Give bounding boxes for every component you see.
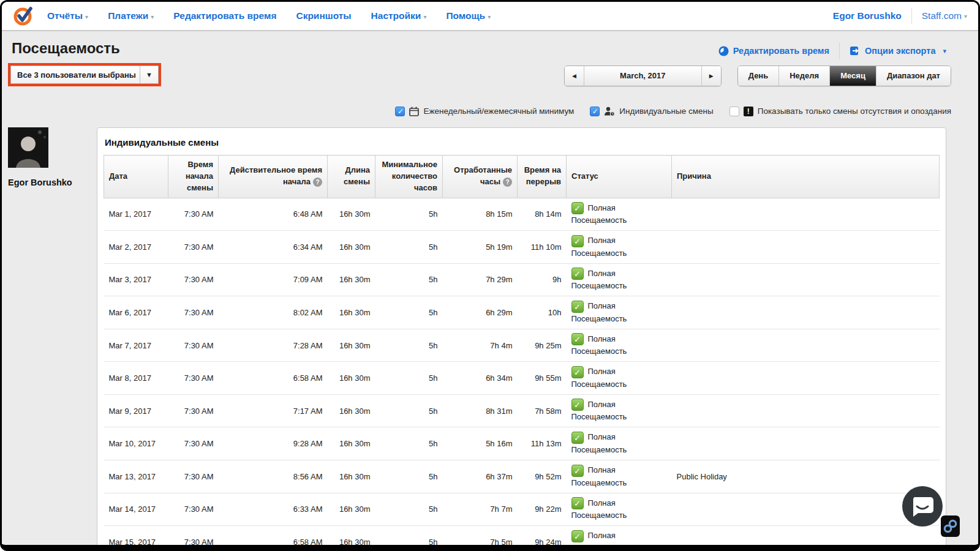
status-cell: ✓Полная Посещаемость — [567, 296, 672, 329]
status-check-icon: ✓ — [571, 366, 584, 378]
view-button[interactable]: Месяц — [829, 66, 876, 86]
nav-item[interactable]: Скриншоты — [296, 10, 351, 21]
staffcom-logo-icon[interactable] — [13, 6, 34, 26]
date-cell: Mar 14, 2017 — [104, 493, 168, 526]
avatar — [8, 127, 48, 168]
next-period-button[interactable]: ▶ — [701, 66, 721, 86]
reason-cell — [672, 231, 940, 264]
view-button[interactable]: Неделя — [778, 66, 829, 86]
filter-toggle[interactable]: !Показывать только смены отсутствия и оп… — [729, 107, 951, 116]
status-cell: ✓Полная Посещаемость — [567, 427, 672, 460]
nav-item[interactable]: Платежи▾ — [108, 10, 154, 21]
shift-start-cell: 7:30 AM — [168, 198, 219, 231]
date-cell: Mar 6, 2017 — [104, 296, 168, 329]
status-cell: ✓Полная Посещаемость — [567, 198, 672, 231]
break-time-cell: 11h 10m — [518, 231, 567, 264]
status-cell: ✓Полная Посещаемость — [567, 394, 672, 427]
reason-cell — [672, 427, 940, 460]
reason-cell — [672, 329, 940, 362]
status-check-icon: ✓ — [571, 301, 584, 313]
date-cell: Mar 8, 2017 — [104, 362, 168, 395]
nav-item[interactable]: Отчёты▾ — [47, 10, 88, 21]
export-icon — [850, 46, 861, 56]
view-button[interactable]: Диапазон дат — [876, 66, 951, 86]
view-button[interactable]: День — [738, 66, 779, 86]
min-hours-cell: 5h — [375, 231, 443, 264]
actual-start-cell: 6:58 AM — [219, 362, 328, 395]
break-time-cell: 8h 14m — [518, 198, 567, 231]
brand-link[interactable]: Staff.com — [922, 10, 962, 21]
chevron-down-icon: ▾ — [85, 13, 88, 20]
controls-right: ◀ March, 2017 ▶ ДеньНеделяМесяцДиапазон … — [564, 66, 951, 86]
min-hours-cell: 5h — [375, 526, 443, 551]
nav-item[interactable]: Помощь▾ — [446, 10, 491, 21]
worked-cell: 7h 5m — [443, 526, 518, 551]
top-navigation: Отчёты▾Платежи▾Редактировать времяСкринш… — [2, 2, 978, 31]
export-options-button[interactable]: Опции экспорта ▾ — [850, 46, 946, 56]
reason-cell — [672, 493, 940, 526]
min-hours-cell: 5h — [375, 427, 443, 460]
checkbox[interactable] — [395, 107, 405, 116]
date-cell: Mar 7, 2017 — [104, 329, 168, 362]
chat-widget-button[interactable] — [902, 486, 943, 527]
shift-length-cell: 16h 30m — [328, 296, 375, 329]
previous-period-button[interactable]: ◀ — [565, 66, 584, 86]
chevron-down-icon: ▼ — [146, 71, 153, 78]
min-hours-cell: 5h — [375, 329, 443, 362]
status-check-icon: ✓ — [571, 497, 584, 509]
link-widget-button[interactable] — [941, 515, 960, 537]
filter-label: Еженедельный/ежемесячный минимум — [423, 107, 574, 116]
shift-start-cell: 7:30 AM — [168, 329, 219, 362]
table-row: Mar 6, 20177:30 AM8:02 AM16h 30m5h6h 29m… — [104, 296, 940, 329]
column-header: Длина смены — [328, 156, 375, 198]
brand-caret-icon[interactable]: ▾ — [964, 13, 967, 20]
period-label[interactable]: March, 2017 — [584, 66, 701, 86]
reason-cell: Public Holiday — [672, 460, 940, 493]
user-filter-dropdown[interactable]: Все 3 пользователи выбраны ▼ — [10, 66, 159, 84]
shift-start-cell: 7:30 AM — [168, 394, 219, 427]
main-content: Egor Borushko Индивидуальные смены ДатаВ… — [2, 127, 978, 551]
min-hours-cell: 5h — [375, 460, 443, 493]
break-time-cell: 9h 24m — [518, 526, 567, 551]
nav-menu: Отчёты▾Платежи▾Редактировать времяСкринш… — [47, 10, 510, 21]
dropdown-caret-box[interactable]: ▼ — [140, 66, 158, 83]
edit-time-link[interactable]: Редактировать время — [718, 46, 829, 56]
shift-start-cell: 7:30 AM — [168, 362, 219, 395]
shifts-panel: Индивидуальные смены ДатаВремя начала см… — [97, 127, 946, 551]
topnav-right: Egor Borushko Staff.com ▾ — [833, 8, 967, 24]
filter-toggle[interactable]: Индивидуальные смены — [590, 107, 713, 116]
status-cell: ✓Полная Посещаемость — [567, 362, 672, 395]
status-cell: ✓Полная Посещаемость — [567, 493, 672, 526]
nav-user-name[interactable]: Egor Borushko — [833, 10, 902, 21]
column-header: Статус — [567, 156, 672, 198]
annotation-highlight: Все 3 пользователи выбраны ▼ — [8, 63, 161, 86]
app-window: Отчёты▾Платежи▾Редактировать времяСкринш… — [0, 0, 980, 551]
checkbox[interactable] — [590, 107, 600, 116]
nav-item[interactable]: Настройки▾ — [371, 10, 427, 21]
nav-item[interactable]: Редактировать время — [173, 10, 276, 21]
shift-length-cell: 16h 30m — [328, 460, 375, 493]
help-icon[interactable]: ? — [503, 178, 512, 187]
checkbox[interactable] — [729, 107, 739, 116]
worked-cell: 6h 37m — [443, 460, 518, 493]
status-check-icon: ✓ — [571, 465, 584, 477]
date-cell: Mar 1, 2017 — [104, 198, 168, 231]
status-check-icon: ✓ — [571, 399, 584, 411]
table-row: Mar 8, 20177:30 AM6:58 AM16h 30m5h6h 34m… — [104, 362, 940, 395]
filter-toggle[interactable]: Еженедельный/ежемесячный минимум — [395, 107, 574, 116]
column-header: Причина — [672, 156, 940, 198]
column-header: Время начала смены — [168, 156, 219, 198]
reason-cell — [672, 362, 940, 395]
chevron-down-icon: ▾ — [423, 13, 426, 20]
status-cell: ✓Полная Посещаемость — [567, 460, 672, 493]
shift-start-cell: 7:30 AM — [168, 493, 219, 526]
help-icon[interactable]: ? — [313, 178, 322, 187]
shift-start-cell: 7:30 AM — [168, 460, 219, 493]
actual-start-cell: 7:17 AM — [219, 394, 328, 427]
person-clock-icon — [604, 107, 615, 116]
controls-row: Все 3 пользователи выбраны ▼ ◀ March, 20… — [2, 63, 978, 95]
min-hours-cell: 5h — [375, 263, 443, 296]
actual-start-cell: 9:28 AM — [219, 427, 328, 460]
table-row: Mar 15, 20177:30 AM6:58 AM16h 30m5h7h 5m… — [104, 526, 940, 551]
worked-cell: 7h 4m — [443, 329, 518, 362]
